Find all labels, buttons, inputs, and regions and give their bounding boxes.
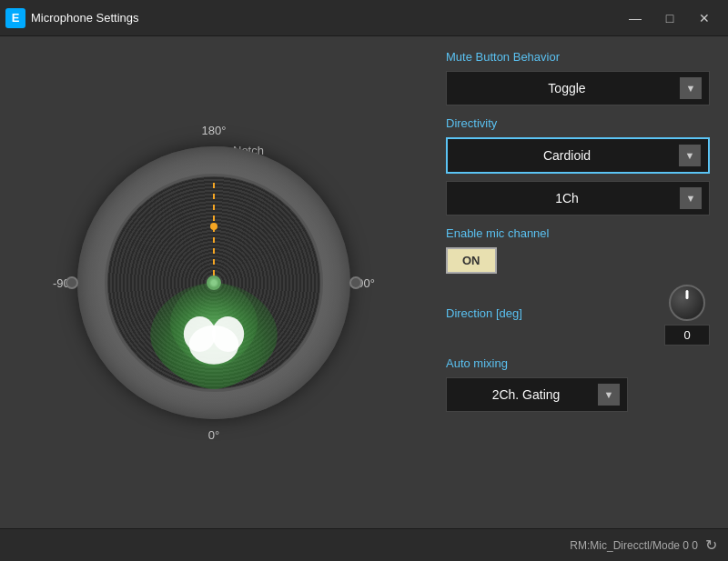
direction-group: Direction [deg] 0 <box>446 285 710 346</box>
mute-button-group: Mute Button Behavior Toggle ▼ <box>446 50 710 105</box>
svg-point-1 <box>184 316 216 352</box>
directivity-arrow-icon: ▼ <box>679 145 701 166</box>
titlebar-left: E Microphone Settings <box>5 8 139 28</box>
directivity-label: Directivity <box>446 116 710 130</box>
channel-dropdown[interactable]: 1Ch ▼ <box>446 181 710 215</box>
close-button[interactable]: ✕ <box>688 5 721 31</box>
minimize-button[interactable]: — <box>619 5 652 31</box>
automix-dropdown[interactable]: 2Ch. Gating ▼ <box>446 377 628 412</box>
automix-value: 2Ch. Gating <box>454 387 598 402</box>
automix-label: Auto mixing <box>446 356 710 370</box>
svg-point-2 <box>212 316 244 352</box>
maximize-button[interactable]: □ <box>653 5 686 31</box>
mute-button-dropdown[interactable]: Toggle ▼ <box>446 71 710 105</box>
left-panel: 180° 0° -90° 90° ≋ Notch <box>0 36 428 528</box>
direction-value-box: 0 <box>664 325 710 346</box>
mic-visualization: 180° 0° -90° 90° ≋ Notch <box>46 115 382 451</box>
center-dot <box>207 275 221 290</box>
enable-mic-group: Enable mic channel ON <box>446 226 710 274</box>
titlebar: E Microphone Settings — □ ✕ <box>0 0 728 36</box>
automix-arrow-icon: ▼ <box>598 384 620 406</box>
mute-button-arrow-icon: ▼ <box>680 77 702 99</box>
notch-dot <box>210 223 217 230</box>
channel-arrow-icon: ▼ <box>680 187 702 209</box>
refresh-icon[interactable]: ↻ <box>705 536 717 554</box>
directivity-group: Directivity Cardioid ▼ 1Ch ▼ <box>446 116 710 215</box>
degree-bottom: 0° <box>208 428 219 442</box>
mute-button-label: Mute Button Behavior <box>446 50 710 64</box>
titlebar-title: Microphone Settings <box>31 11 139 25</box>
main-content: 180° 0° -90° 90° ≋ Notch <box>0 36 728 528</box>
enable-mic-button[interactable]: ON <box>446 247 497 274</box>
direction-line <box>213 183 215 283</box>
inner-mic-mesh <box>105 174 323 392</box>
automix-group: Auto mixing 2Ch. Gating ▼ <box>446 356 710 412</box>
app-icon: E <box>5 8 25 28</box>
status-bar: RM:Mic_Direcctl/Mode 0 0 ↻ <box>0 528 728 561</box>
directivity-dropdown[interactable]: Cardioid ▼ <box>446 137 710 174</box>
outer-ring <box>77 146 350 419</box>
direction-label: Direction [deg] <box>446 306 646 320</box>
direction-knob-container: 0 <box>664 285 710 346</box>
left-side-dot <box>66 276 78 289</box>
direction-row: Direction [deg] 0 <box>446 285 710 346</box>
direction-knob[interactable] <box>669 285 705 321</box>
degree-top: 180° <box>202 124 227 137</box>
right-panel: Mute Button Behavior Toggle ▼ Directivit… <box>428 36 728 528</box>
knob-tick-icon <box>686 290 689 299</box>
right-side-dot <box>349 276 362 289</box>
enable-mic-label: Enable mic channel <box>446 226 710 240</box>
status-text: RM:Mic_Direcctl/Mode 0 0 <box>570 539 698 552</box>
mute-button-value: Toggle <box>454 81 680 95</box>
titlebar-controls: — □ ✕ <box>619 5 721 31</box>
channel-value: 1Ch <box>454 191 680 205</box>
directivity-value: Cardioid <box>455 148 679 163</box>
